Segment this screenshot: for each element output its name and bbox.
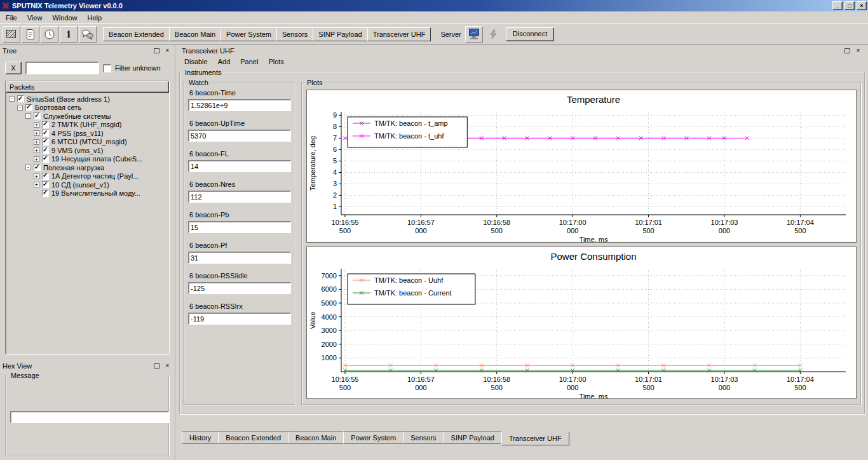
tree-item-checkbox[interactable] <box>42 173 49 180</box>
collapse-icon[interactable]: - <box>25 113 31 119</box>
hex-view-float-button[interactable] <box>152 362 161 370</box>
tree-dock-close-button[interactable]: × <box>163 46 172 55</box>
tree-item-checkbox[interactable] <box>42 147 49 154</box>
svg-text:3: 3 <box>333 180 337 187</box>
tree-item[interactable]: -Бортовая сеть <box>7 104 168 112</box>
bottom-tab-transceiver-uhf[interactable]: Transceiver UHF <box>501 431 569 445</box>
filter-unknown-checkbox[interactable] <box>103 64 111 72</box>
tree-item[interactable]: +19 Несущая плата (CubeS... <box>7 155 168 164</box>
expand-icon[interactable]: + <box>34 139 39 145</box>
expand-icon[interactable]: + <box>34 156 39 162</box>
tree-item-checkbox[interactable] <box>17 95 24 102</box>
tree-item[interactable]: +10 СД (sunset_v1) <box>7 180 168 189</box>
minimize-button[interactable]: _ <box>832 1 843 10</box>
watch-field-input[interactable] <box>188 313 291 325</box>
disconnect-button[interactable]: Disconnect <box>506 27 554 41</box>
uhf-menu-disable[interactable]: Disable <box>179 57 213 67</box>
tree-item-checkbox[interactable] <box>42 139 49 145</box>
tree-item[interactable]: +9 VMS (vms_v1) <box>7 146 168 155</box>
main-area: Tree × X Filter unknown <box>0 44 868 460</box>
tree-item[interactable]: 19 Вычислительный моду... <box>7 189 168 198</box>
toolbar-tab-sensors[interactable]: Sensors <box>276 27 313 41</box>
menu-view[interactable]: View <box>22 13 48 23</box>
svg-text:000: 000 <box>415 227 426 234</box>
bottom-tab-history[interactable]: History <box>182 431 219 443</box>
tree-item-label: 1A Детектор частиц (Payl... <box>51 172 139 180</box>
toolbar-tab-transceiver-uhf[interactable]: Transceiver UHF <box>367 27 431 41</box>
bottom-tab-beacon-extended[interactable]: Beacon Extended <box>218 431 288 443</box>
message-input[interactable] <box>10 411 169 423</box>
tree-item-checkbox[interactable] <box>34 112 41 119</box>
svg-text:000: 000 <box>567 227 578 234</box>
toolbar-tab-beacon-main[interactable]: Beacon Main <box>169 27 221 41</box>
chat-bubbles-icon <box>81 29 94 40</box>
tree-item-checkbox[interactable] <box>42 181 49 188</box>
close-icon: × <box>166 47 170 54</box>
titlebar[interactable]: SPUTNIX Telemetry Viewer v0.0.0 _ □ × <box>0 0 868 11</box>
toolbar-tab-sinp-payload[interactable]: SINP Payload <box>313 27 367 41</box>
toolbar-button-packets[interactable] <box>3 26 20 43</box>
tree-dock-float-button[interactable] <box>152 46 161 55</box>
svg-text:2000: 2000 <box>322 340 337 348</box>
tree-item[interactable]: +6 MTCU (MTCU_msgid) <box>7 138 168 147</box>
toolbar-tab-beacon-extended[interactable]: Beacon Extended <box>103 27 170 41</box>
toolbar-tab-power-system[interactable]: Power System <box>220 27 277 41</box>
tree-item[interactable]: +2 TM/TK (UHF_msgid) <box>7 121 168 130</box>
menu-file[interactable]: File <box>1 13 22 23</box>
packets-column-header[interactable]: Packets <box>6 81 169 93</box>
watch-field-input[interactable] <box>188 252 291 264</box>
toolbar-button-info[interactable]: i <box>60 26 78 43</box>
toolbar-button-messages[interactable] <box>79 26 97 43</box>
bottom-tab-beacon-main[interactable]: Beacon Main <box>288 431 344 443</box>
expand-icon[interactable]: + <box>34 147 39 153</box>
close-button[interactable]: × <box>857 1 867 10</box>
float-icon <box>844 48 850 53</box>
uhf-panel-float-button[interactable] <box>843 46 852 55</box>
plots-inner: Temperature12345678910:16:5550010:16:570… <box>302 86 860 404</box>
tree-dock-title: Tree <box>3 47 151 55</box>
expand-icon[interactable]: + <box>34 173 39 179</box>
svg-text:10:17:01: 10:17:01 <box>635 375 662 383</box>
expand-icon[interactable]: + <box>34 182 39 187</box>
watch-field-input[interactable] <box>188 160 291 172</box>
toolbar-button-log[interactable] <box>22 26 39 43</box>
uhf-menu-add[interactable]: Add <box>213 57 236 67</box>
watch-field-input[interactable] <box>188 99 291 111</box>
bottom-tab-sinp-payload[interactable]: SINP Payload <box>444 431 502 443</box>
uhf-panel-close-button[interactable]: × <box>853 46 863 55</box>
clear-filter-button[interactable]: X <box>5 62 22 74</box>
filter-input[interactable] <box>25 62 99 74</box>
hex-view-close-button[interactable]: × <box>163 362 172 370</box>
uhf-menu-panel[interactable]: Panel <box>235 57 263 67</box>
tree-item[interactable]: -SiriusSat (Base address 1) <box>7 95 168 104</box>
maximize-button[interactable]: □ <box>844 1 855 10</box>
bottom-tab-power-system[interactable]: Power System <box>343 431 403 443</box>
watch-field-input[interactable] <box>188 282 291 294</box>
expand-icon[interactable]: + <box>34 122 39 128</box>
svg-text:10:16:57: 10:16:57 <box>407 219 435 226</box>
bottom-tab-sensors[interactable]: Sensors <box>403 431 444 443</box>
watch-field-input[interactable] <box>188 191 291 203</box>
tree-item[interactable]: -Служебные системы <box>7 112 168 121</box>
uhf-menu-plots[interactable]: Plots <box>263 57 288 67</box>
tree-item-checkbox[interactable] <box>42 190 49 197</box>
toolbar-button-history[interactable] <box>41 26 58 43</box>
tree-item-checkbox[interactable] <box>42 121 49 128</box>
server-connect-button[interactable] <box>465 26 483 43</box>
collapse-icon[interactable]: - <box>9 96 15 102</box>
tree-item-checkbox[interactable] <box>25 104 32 111</box>
menu-help[interactable]: Help <box>83 13 107 23</box>
tree-item-checkbox[interactable] <box>34 164 41 171</box>
menu-window[interactable]: Window <box>47 13 82 23</box>
tree-item-checkbox[interactable] <box>42 156 49 163</box>
tree-item[interactable]: +1A Детектор частиц (Payl... <box>7 172 168 181</box>
svg-text:500: 500 <box>491 227 503 234</box>
collapse-icon[interactable]: - <box>17 105 23 111</box>
watch-field-input[interactable] <box>188 221 291 233</box>
watch-field-input[interactable] <box>188 130 291 142</box>
tree-item-checkbox[interactable] <box>42 130 49 137</box>
collapse-icon[interactable]: - <box>25 165 31 170</box>
expand-icon[interactable]: + <box>34 130 39 136</box>
tree-item[interactable]: -Полезная нагрузка <box>7 163 168 172</box>
tree-item[interactable]: +4 PSS (pss_v11) <box>7 129 168 138</box>
